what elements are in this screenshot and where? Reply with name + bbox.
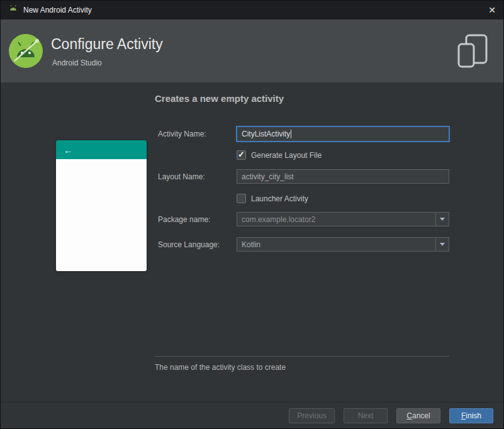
package-name-label: Package name: xyxy=(158,215,210,224)
activity-preview-thumbnail: ← xyxy=(56,140,147,271)
field-hint: The name of the activity class to create xyxy=(155,363,286,372)
wizard-content: Creates a new empty activity ← Activity … xyxy=(1,82,503,403)
chevron-down-icon xyxy=(440,243,445,246)
button-bar: Previous Next Cancel Finish xyxy=(1,402,503,428)
back-arrow-icon: ← xyxy=(64,145,73,155)
launcher-activity-label: Launcher Activity xyxy=(251,194,308,203)
divider xyxy=(155,356,449,357)
package-name-combobox[interactable]: com.example.locator2 xyxy=(237,212,449,226)
cancel-button[interactable]: Cancel xyxy=(396,408,440,423)
previous-button[interactable]: Previous xyxy=(289,408,335,423)
package-dropdown-button[interactable] xyxy=(435,213,449,226)
source-language-dropdown[interactable]: Kotlin xyxy=(237,237,449,252)
launcher-activity-row: Launcher Activity xyxy=(237,194,308,203)
generate-layout-row: Generate Layout File xyxy=(237,150,322,160)
wizard-header: Configure Activity Android Studio xyxy=(1,20,503,82)
layout-name-label: Layout Name: xyxy=(158,172,205,181)
finish-button[interactable]: Finish xyxy=(449,408,493,423)
generate-layout-label: Generate Layout File xyxy=(251,151,322,160)
package-name-value: com.example.locator2 xyxy=(242,215,315,224)
android-studio-logo xyxy=(8,33,43,69)
android-window-icon xyxy=(8,4,18,16)
activity-name-value: CityListActivity xyxy=(242,130,290,138)
generate-layout-checkbox[interactable] xyxy=(237,150,246,160)
text-caret xyxy=(291,130,291,138)
preview-body xyxy=(56,159,147,271)
preview-appbar: ← xyxy=(56,140,147,159)
wizard-title: Configure Activity xyxy=(51,36,163,53)
layout-name-input[interactable]: activity_city_list xyxy=(237,169,449,184)
next-button[interactable]: Next xyxy=(344,408,388,423)
activity-name-input[interactable]: CityListActivity xyxy=(237,126,449,142)
layout-name-value: activity_city_list xyxy=(242,172,294,181)
phone-tablet-icon xyxy=(457,33,490,71)
wizard-subtitle: Android Studio xyxy=(52,58,102,67)
language-dropdown-button[interactable] xyxy=(435,238,449,251)
source-language-label: Source Language: xyxy=(158,240,220,249)
step-heading: Creates a new empty activity xyxy=(155,93,284,104)
launcher-activity-checkbox[interactable] xyxy=(237,194,246,203)
title-bar: New Android Activity ✕ xyxy=(1,1,503,20)
activity-name-label: Activity Name: xyxy=(158,130,206,138)
window-title: New Android Activity xyxy=(23,6,92,14)
new-activity-dialog: New Android Activity ✕ Configure Activit… xyxy=(0,0,504,429)
chevron-down-icon xyxy=(440,218,445,221)
close-icon[interactable]: ✕ xyxy=(488,6,496,14)
source-language-value: Kotlin xyxy=(242,240,260,249)
